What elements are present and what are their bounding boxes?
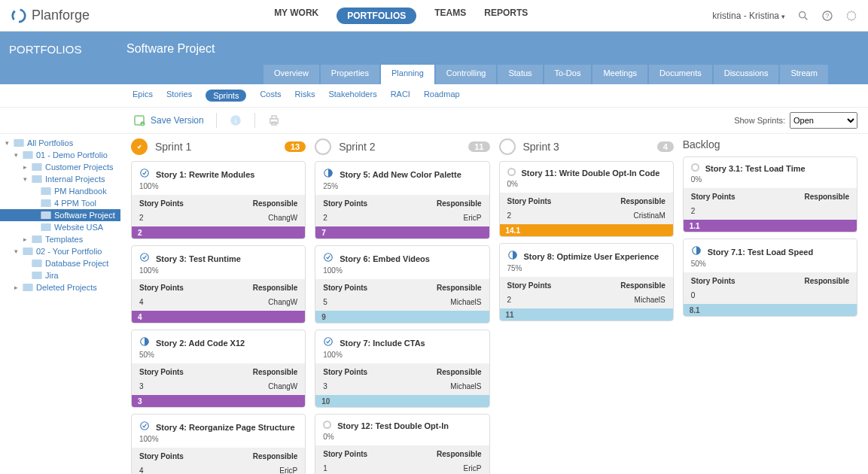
collapse-icon[interactable]: ▾ [21, 175, 29, 183]
sidebar-item-customer-projects[interactable]: ▸Customer Projects [0, 161, 120, 173]
subtab-risks[interactable]: Risks [295, 90, 315, 102]
settings-icon[interactable] [845, 10, 857, 22]
subtab-stories[interactable]: Stories [166, 90, 192, 102]
sidebar-item-internal-projects[interactable]: ▾Internal Projects [0, 173, 120, 185]
help-icon[interactable]: ? [821, 10, 833, 22]
story-card[interactable]: Story 8: Optimize User Experience75%Stor… [499, 243, 674, 321]
story-card[interactable]: Story 7.1: Test Load Speed50%Story Point… [683, 239, 857, 317]
sidebar-item-all-portfolios[interactable]: ▾All Portfolios [0, 137, 120, 149]
svg-rect-13 [14, 139, 23, 147]
sidebar-item-label: PM Handbook [54, 187, 107, 196]
tab-controlling[interactable]: Controlling [436, 65, 497, 84]
tab-planning[interactable]: Planning [381, 65, 434, 84]
tab-status[interactable]: Status [498, 65, 542, 84]
tab-overview[interactable]: Overview [263, 65, 319, 84]
resp-label: Responsible [437, 284, 481, 292]
expand-icon[interactable]: ▸ [21, 235, 29, 243]
sidebar-item-jira[interactable]: Jira [0, 269, 120, 281]
svg-point-1 [799, 11, 806, 17]
sidebar-item-website-usa[interactable]: Website USA [0, 221, 120, 233]
svg-rect-25 [23, 284, 32, 291]
print-icon[interactable] [267, 114, 281, 127]
sidebar-item-deleted-projects[interactable]: ▸Deleted Projects [0, 281, 120, 293]
subtab-roadmap[interactable]: Roadmap [424, 90, 460, 102]
svg-rect-14 [23, 151, 32, 159]
nav-teams[interactable]: TEAMS [434, 8, 466, 24]
resp-value: EricP [464, 214, 482, 222]
save-label: Save Version [151, 115, 204, 126]
resp-value: EricP [464, 464, 482, 472]
story-card[interactable]: Story 12: Test Double Opt-In0%Story Poin… [315, 414, 489, 474]
expand-icon[interactable]: ▸ [21, 163, 29, 171]
status-icon [323, 168, 333, 181]
column-header: Sprint 211 [315, 138, 489, 155]
folder-icon [23, 284, 33, 291]
story-card[interactable]: Story 1: Rewrite Modules100%Story Points… [131, 161, 306, 239]
nav-mywork[interactable]: MY WORK [274, 8, 318, 24]
story-card[interactable]: Story 6: Embed Videos100%Story PointsRes… [315, 245, 489, 324]
subtab-raci[interactable]: RACI [391, 90, 410, 102]
story-card[interactable]: Story 11: Write Double Opt-In Code0%Stor… [499, 161, 674, 237]
sidebar-item-4-ppm-tool[interactable]: 4 PPM Tool [0, 197, 120, 209]
subtab-stakeholders[interactable]: Stakeholders [328, 90, 376, 102]
sidebar-item-01-demo-portfolio[interactable]: ▾01 - Demo Portfolio [0, 149, 120, 161]
subtab-sprints[interactable]: Sprints [206, 90, 246, 102]
card-title: Story 1: Rewrite Modules [156, 170, 254, 179]
svg-text:i: i [235, 117, 236, 125]
user-menu[interactable]: kristina - Kristina▾ [712, 11, 785, 21]
tab-discussions[interactable]: Discussions [714, 65, 779, 84]
card-percent: 100% [323, 351, 481, 359]
sidebar-item-software-project[interactable]: Software Project [0, 209, 120, 221]
info-icon[interactable]: i [229, 114, 242, 127]
tab-stream[interactable]: Stream [780, 65, 827, 84]
expand-icon[interactable]: ▸ [12, 284, 20, 291]
sp-value: 3 [139, 382, 144, 390]
card-title: Story 8: Optimize User Experience [524, 252, 659, 261]
sidebar-item-templates[interactable]: ▸Templates [0, 233, 120, 245]
collapse-icon[interactable]: ▾ [12, 151, 20, 159]
svg-rect-16 [32, 175, 41, 183]
folder-icon [41, 211, 51, 219]
tab-to-dos[interactable]: To-Dos [544, 65, 592, 84]
card-percent: 50% [691, 260, 849, 268]
nav-portfolios[interactable]: PORTFOLIOS [337, 8, 416, 24]
main-nav: MY WORK PORTFOLIOS TEAMS REPORTS [90, 8, 712, 24]
search-icon[interactable] [797, 10, 809, 22]
resp-value: MichaelS [450, 298, 481, 306]
svg-rect-15 [32, 163, 41, 171]
sp-value: 4 [139, 466, 144, 474]
nav-reports[interactable]: REPORTS [484, 8, 528, 24]
resp-value: ChangW [268, 214, 297, 222]
show-sprints-select[interactable]: Open [790, 112, 857, 129]
svg-text:?: ? [826, 12, 830, 20]
subtabs: EpicsStoriesSprintsCostsRisksStakeholder… [0, 84, 868, 108]
tab-meetings[interactable]: Meetings [592, 65, 647, 84]
story-card[interactable]: Story 5: Add New Color Palette25%Story P… [315, 161, 489, 239]
resp-label: Responsible [253, 368, 297, 376]
sp-label: Story Points [507, 197, 552, 205]
sp-value: 0 [691, 291, 696, 299]
sidebar-item-database-project[interactable]: Database Project [0, 257, 120, 269]
svg-rect-20 [41, 223, 50, 231]
page-title: Software Project [120, 32, 868, 66]
sp-label: Story Points [691, 277, 736, 285]
top-nav: Planforge MY WORK PORTFOLIOS TEAMS REPOR… [0, 0, 868, 32]
subtab-costs[interactable]: Costs [260, 90, 281, 102]
sidebar-item-02-your-portfolio[interactable]: ▾02 - Your Portfolio [0, 245, 120, 257]
svg-text:+: + [142, 122, 144, 126]
sidebar-item-pm-handbook[interactable]: PM Handbook [0, 185, 120, 197]
tab-documents[interactable]: Documents [649, 65, 712, 84]
story-card[interactable]: Story 3: Test Runtime100%Story PointsRes… [131, 245, 306, 324]
story-card[interactable]: Story 4: Reorganize Page Structure100%St… [131, 414, 306, 474]
story-card[interactable]: Story 2: Add Code X1250%Story PointsResp… [131, 330, 306, 408]
card-bar: 9 [315, 311, 489, 323]
collapse-icon[interactable]: ▾ [12, 248, 20, 255]
tab-properties[interactable]: Properties [321, 65, 379, 84]
story-card[interactable]: Story 3.1: Test Load Time0%Story PointsR… [683, 156, 857, 232]
collapse-icon[interactable]: ▾ [3, 139, 11, 147]
svg-rect-19 [41, 211, 50, 219]
save-version-button[interactable]: + Save Version [132, 114, 204, 127]
story-card[interactable]: Story 7: Include CTAs100%Story PointsRes… [315, 330, 489, 408]
resp-label: Responsible [253, 284, 297, 292]
subtab-epics[interactable]: Epics [132, 90, 153, 102]
